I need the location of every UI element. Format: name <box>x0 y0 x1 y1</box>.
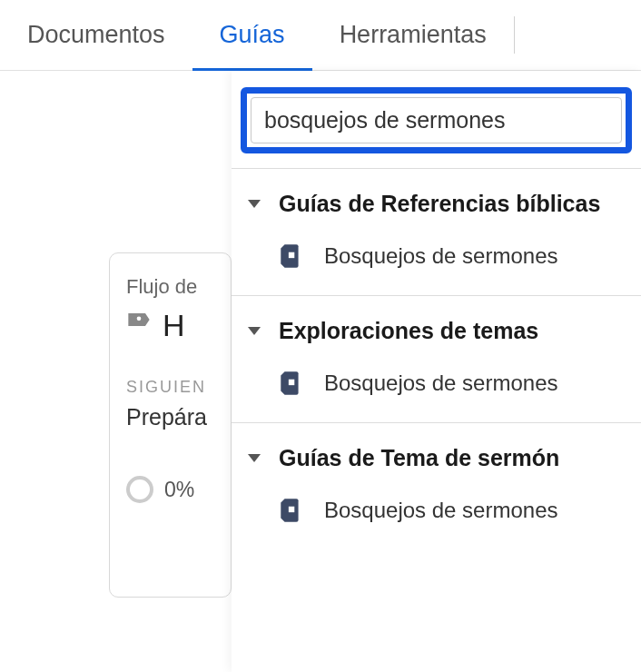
tab-documents[interactable]: Documentos <box>0 0 192 70</box>
progress-row: 0% <box>126 476 214 503</box>
section-topic-explorations: Exploraciones de temas Bosquejos de serm… <box>232 296 641 422</box>
section-header[interactable]: Guías de Tema de sermón <box>232 445 641 491</box>
main-area: s Ap Flujo de H SIGUIEN Prepára 0% <box>0 71 641 672</box>
svg-rect-1 <box>289 380 294 385</box>
section-sermon-topic-guides: Guías de Tema de sermón Bosquejos de ser… <box>232 423 641 549</box>
tab-guides[interactable]: Guías <box>192 0 312 70</box>
card-body-text: Prepára <box>126 404 214 430</box>
svg-rect-0 <box>289 252 294 258</box>
section-item-label: Bosquejos de sermones <box>324 371 557 396</box>
guide-icon <box>279 497 302 524</box>
tab-tools[interactable]: Herramientas <box>312 0 514 70</box>
svg-rect-2 <box>289 507 294 512</box>
section-item-label: Bosquejos de sermones <box>324 243 557 269</box>
search-highlight <box>241 87 632 153</box>
chevron-down-icon <box>248 454 261 462</box>
search-wrap <box>232 71 641 168</box>
section-item[interactable]: Bosquejos de sermones <box>232 364 641 397</box>
tab-bar: Documentos Guías Herramientas <box>0 0 641 71</box>
card-title: H <box>163 308 185 343</box>
search-input[interactable] <box>251 97 622 143</box>
guide-icon <box>279 242 302 270</box>
progress-circle-icon <box>126 476 153 503</box>
section-title: Exploraciones de temas <box>279 318 538 344</box>
chevron-down-icon <box>248 200 261 208</box>
section-item[interactable]: Bosquejos de sermones <box>232 237 641 270</box>
workflow-card[interactable]: Flujo de H SIGUIEN Prepára 0% <box>109 252 232 598</box>
section-bible-reference-guides: Guías de Referencias bíblicas Bosquejos … <box>232 169 641 295</box>
section-item-label: Bosquejos de sermones <box>324 498 557 523</box>
section-header[interactable]: Exploraciones de temas <box>232 318 641 364</box>
section-item[interactable]: Bosquejos de sermones <box>232 491 641 524</box>
guide-icon <box>279 370 302 397</box>
card-label: Flujo de <box>126 275 214 299</box>
tab-divider <box>514 16 515 54</box>
progress-percent: 0% <box>164 478 194 502</box>
background-workspace: s Ap Flujo de H SIGUIEN Prepára 0% <box>0 71 232 672</box>
section-title: Guías de Tema de sermón <box>279 445 559 471</box>
card-title-row: H <box>126 308 214 343</box>
guides-panel: Guías de Referencias bíblicas Bosquejos … <box>232 71 641 672</box>
section-header[interactable]: Guías de Referencias bíblicas <box>232 191 641 237</box>
chevron-down-icon <box>248 327 261 335</box>
bookmark-tag-icon <box>126 311 152 341</box>
card-subheading: SIGUIEN <box>126 378 214 397</box>
section-title: Guías de Referencias bíblicas <box>279 191 600 217</box>
